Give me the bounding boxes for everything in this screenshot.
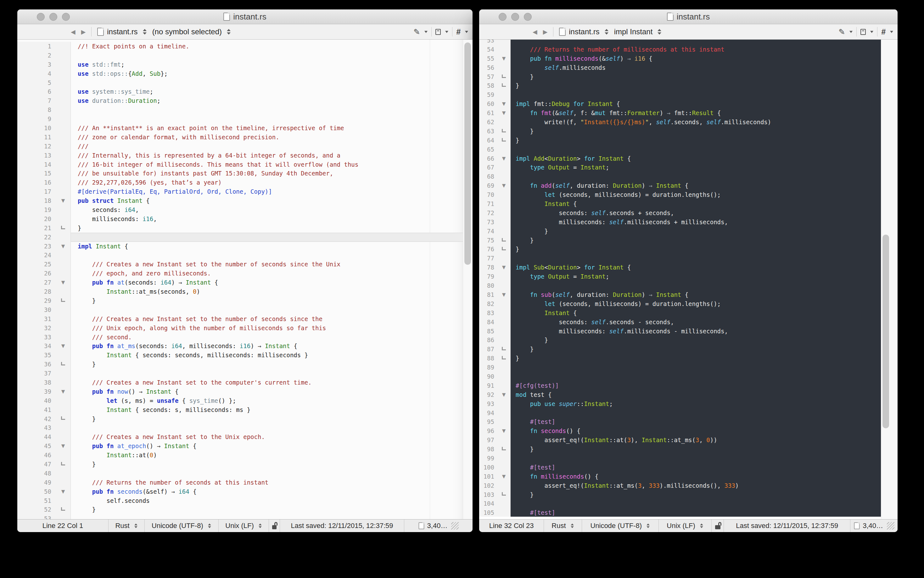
code-line[interactable]: 35 Instant { seconds: seconds, milliseco… [17, 351, 473, 360]
code-line[interactable]: 21} [17, 224, 473, 233]
code-editor[interactable]: 5354 /// Returns the number of milliseco… [479, 40, 898, 519]
code-line[interactable]: 99 [479, 454, 898, 463]
code-line[interactable]: 19 seconds: i64, [17, 205, 473, 214]
resize-grip[interactable] [887, 522, 895, 529]
code-line[interactable]: 30 [17, 305, 473, 315]
code-line[interactable]: 101▼ fn milliseconds() { [479, 472, 898, 481]
code-line[interactable]: 5 [17, 78, 473, 88]
clipboard-icon[interactable] [435, 29, 441, 35]
code-line[interactable]: 3use std::fmt; [17, 60, 473, 69]
code-line[interactable]: 82 let (seconds, milliseconds) = duratio… [479, 299, 898, 308]
back-button[interactable]: ◀ [533, 29, 537, 35]
code-line[interactable]: 9 [17, 114, 473, 123]
fold-toggle-icon[interactable]: ▼ [502, 426, 506, 435]
file-size[interactable]: 3,40… [851, 520, 898, 532]
code-line[interactable]: 60▼impl fmt::Debug for Instant { [479, 99, 898, 109]
titlebar[interactable]: instant.rs [479, 10, 898, 24]
titlebar[interactable]: instant.rs [17, 10, 473, 24]
fold-toggle-icon[interactable]: ▼ [502, 263, 506, 272]
code-line[interactable]: 53 [17, 514, 473, 519]
code-line[interactable]: 74 } [479, 227, 898, 236]
code-line[interactable]: 45▼ pub fn at_epoch() → Instant { [17, 442, 473, 451]
fold-toggle-icon[interactable]: ▼ [61, 387, 65, 396]
fold-toggle-icon[interactable]: ▼ [502, 99, 506, 109]
code-line[interactable]: 103 } [479, 490, 898, 499]
fold-toggle-icon[interactable]: ▼ [502, 54, 506, 63]
fold-toggle-icon[interactable]: ▼ [61, 278, 65, 287]
code-editor[interactable]: 1//! Exact points on a timeline.23use st… [17, 40, 473, 519]
code-line[interactable]: 36 } [17, 360, 473, 369]
code-line[interactable]: 18▼pub struct Instant { [17, 196, 473, 205]
code-line[interactable]: 96▼ fn seconds() { [479, 426, 898, 435]
lock-toggle[interactable] [269, 520, 280, 532]
code-line[interactable]: 94 [479, 409, 898, 417]
resize-grip[interactable] [451, 522, 459, 529]
code-line[interactable]: 15/// be unsuitable for) instants past G… [17, 169, 473, 178]
code-line[interactable]: 57 } [479, 72, 898, 81]
lock-toggle[interactable] [712, 520, 724, 532]
file-selector[interactable]: instant.rs [97, 28, 146, 36]
code-line[interactable]: 67 type Output = Instant; [479, 163, 898, 172]
code-line[interactable]: 90 [479, 372, 898, 381]
line-endings-selector[interactable]: Unix (LF) [219, 520, 269, 532]
fold-toggle-icon[interactable]: ▼ [502, 290, 506, 299]
code-line[interactable]: 48 [17, 469, 473, 478]
forward-button[interactable]: ▶ [543, 29, 548, 35]
code-line[interactable]: 85 milliseconds: self.milliseconds - mil… [479, 327, 898, 336]
code-line[interactable]: 87 } [479, 345, 898, 354]
code-line[interactable]: 37 [17, 369, 473, 378]
code-line[interactable]: 42 } [17, 414, 473, 424]
back-button[interactable]: ◀ [71, 29, 75, 35]
code-line[interactable]: 102 assert_eq!(Instant::at_ms(3, 333).mi… [479, 481, 898, 490]
code-line[interactable]: 6use system::sys_time; [17, 87, 473, 96]
code-line[interactable]: 75 } [479, 236, 898, 245]
code-line[interactable]: 52 } [17, 505, 473, 514]
code-line[interactable]: 8 [17, 106, 473, 114]
fold-toggle-icon[interactable]: ▼ [502, 181, 506, 190]
fold-toggle-icon[interactable]: ▼ [61, 341, 65, 351]
chevron-down-icon[interactable] [849, 31, 852, 33]
fold-toggle-icon[interactable]: ▼ [502, 154, 506, 163]
code-line[interactable]: 10/// An **instant** is an exact point o… [17, 123, 473, 133]
code-line[interactable]: 61▼ fn fmt(&self, f: &mut fmt::Formatter… [479, 109, 898, 118]
code-line[interactable]: 25 /// Creates a new Instant set to the … [17, 260, 473, 269]
code-line[interactable]: 58} [479, 81, 898, 90]
code-line[interactable]: 38 /// Creates a new Instant set to the … [17, 378, 473, 387]
code-line[interactable]: 72 seconds: self.seconds + seconds, [479, 208, 898, 218]
language-selector[interactable]: Rust [544, 520, 582, 532]
symbol-list-icon[interactable]: # [881, 28, 886, 36]
clipboard-icon[interactable] [861, 29, 866, 35]
encoding-selector[interactable]: Unicode (UTF-8) [145, 520, 219, 532]
code-line[interactable]: 27▼ pub fn at(seconds: i64) → Instant { [17, 278, 473, 287]
code-line[interactable]: 41 Instant { seconds: s, milliseconds: m… [17, 405, 473, 414]
code-line[interactable]: 56 self.milliseconds [479, 63, 898, 72]
code-line[interactable]: 79 type Output = Instant; [479, 272, 898, 281]
code-line[interactable]: 97 assert_eq!(Instant::at(3), Instant::a… [479, 435, 898, 445]
file-size[interactable]: 3,40… [404, 520, 473, 532]
line-endings-selector[interactable]: Unix (LF) [659, 520, 712, 532]
code-line[interactable]: 55▼ pub fn milliseconds(&self) → i16 { [479, 54, 898, 63]
zoom-button[interactable] [62, 13, 70, 21]
symbol-list-icon[interactable]: # [456, 28, 460, 36]
code-line[interactable]: 11/// zone or calendar format, with mill… [17, 133, 473, 142]
minimize-button[interactable] [49, 13, 57, 21]
code-line[interactable]: 14/// 16-bit integer of milliseconds. Th… [17, 160, 473, 169]
code-line[interactable]: 77 [479, 254, 898, 263]
code-line[interactable]: 81▼ fn sub(self, duration: Duration) → I… [479, 290, 898, 299]
code-line[interactable]: 89 [479, 363, 898, 372]
scrollbar-thumb[interactable] [882, 235, 889, 428]
chevron-down-icon[interactable] [465, 31, 468, 33]
scrollbar-track[interactable] [463, 40, 473, 519]
fold-toggle-icon[interactable]: ▼ [61, 442, 65, 451]
code-line[interactable]: 43 [17, 423, 473, 432]
code-line[interactable]: 105 #[test] [479, 508, 898, 517]
scrollbar-thumb[interactable] [464, 42, 471, 265]
forward-button[interactable]: ▶ [81, 29, 86, 35]
zoom-button[interactable] [524, 13, 532, 21]
chevron-down-icon[interactable] [425, 31, 428, 33]
code-line[interactable]: 39▼ pub fn now() → Instant { [17, 387, 473, 396]
code-line[interactable]: 28 Instant::at_ms(seconds, 0) [17, 287, 473, 296]
code-line[interactable]: 22 [17, 233, 473, 242]
code-line[interactable]: 86 } [479, 336, 898, 345]
fold-toggle-icon[interactable]: ▼ [502, 390, 506, 399]
